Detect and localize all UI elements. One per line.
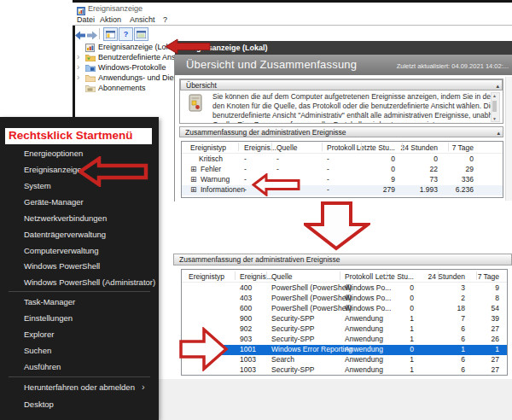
col-quelle[interactable]: Quelle <box>271 272 293 281</box>
table-row-selected[interactable]: 1001Windows Error ReportingAnwendung011 <box>182 345 507 355</box>
table-row[interactable]: 1003SearchAnwendung1627 <box>182 355 507 365</box>
windows-logs-folder-icon <box>85 64 96 73</box>
col-24-stunden[interactable]: 24 Stunden <box>401 143 438 152</box>
overview-text: Sie können die auf dem Computer aufgetre… <box>212 92 491 123</box>
subscriptions-icon <box>85 85 96 94</box>
menu-item-windows-powershell-admin[interactable]: Windows PowerShell (Administrator) <box>24 277 155 289</box>
table-row[interactable]: 600PowerShell (PowerShell)Windows Po...0… <box>182 304 507 314</box>
table-row[interactable]: 902Security-SPPAnwendung1627 <box>182 324 507 335</box>
overview-section-header[interactable]: Übersicht ▴ <box>180 79 503 90</box>
scrollbar-thumb[interactable] <box>492 101 497 112</box>
console-tree-button[interactable] <box>103 27 118 41</box>
overview-icon <box>189 94 203 116</box>
table-row-warnung[interactable]: ⊞ Warnung - - - 9 73 336 <box>182 175 503 185</box>
tree-item-benutzerdefinierte-ansichten[interactable]: › Benutzerdefinierte Ansichten <box>75 53 175 63</box>
pane-divider <box>174 55 175 201</box>
custom-views-folder-icon <box>85 54 96 63</box>
col-ereignistyp[interactable]: Ereignistyp <box>190 143 226 152</box>
col-quelle[interactable]: Quelle <box>276 143 298 152</box>
menu-divider <box>9 291 150 292</box>
menu-hilfe[interactable]: ? <box>163 15 167 24</box>
overview-section-title: Übersicht <box>186 81 217 90</box>
scrollbar-gutter[interactable] <box>505 77 512 201</box>
menu-item-herunterfahren[interactable]: Herunterfahren oder abmelden <box>24 382 135 394</box>
collapse-icon[interactable]: ▴ <box>496 81 499 91</box>
col-letzte-stunde[interactable]: Letzte Stu... <box>375 272 414 281</box>
detail-section-title: Zusammenfassung der administrativen Erei… <box>179 255 340 264</box>
table-row[interactable]: 1003Security-SPPAnwendung1627 <box>182 365 507 376</box>
tree-item-anwendungs-und-dienstprotokolle[interactable]: › Anwendungs- und Dienstprotokolle <box>75 73 175 84</box>
menu-item-explorer[interactable]: Explorer <box>24 330 54 341</box>
page-title-bar: Übersicht und Zusammenfassung Zuletzt ak… <box>175 55 512 75</box>
menubar-divider <box>73 25 512 26</box>
detail-table-header[interactable]: Ereignistyp Ereignis... Quelle Protokoll… <box>182 270 507 282</box>
summary-table-header[interactable]: Ereignistyp Ereignis... Quelle Protokoll… <box>182 142 503 153</box>
col-ereignis-id[interactable]: Ereignis... <box>240 272 272 281</box>
summary-section-title: Zusammenfassung der administrativen Erei… <box>185 128 346 137</box>
expand-plus-icon[interactable]: ⊞ <box>190 165 197 174</box>
expand-plus-icon[interactable]: ⊞ <box>190 175 197 184</box>
window-top-edge <box>73 0 512 3</box>
menu-item-windows-powershell[interactable]: Windows PowerShell <box>24 261 100 272</box>
summary-table: Ereignistyp Ereignis... Quelle Protokoll… <box>181 141 503 198</box>
col-ereignistyp[interactable]: Ereignistyp <box>189 272 224 281</box>
screenshot-stage: Ereignisanzeige Datei Aktion Ansicht ? ?… <box>0 0 512 420</box>
menu-item-computerverwaltung[interactable]: Computerverwaltung <box>24 246 99 257</box>
menu-item-desktop[interactable]: Desktop <box>24 400 54 411</box>
menu-item-ereignisanzeige[interactable]: Ereignisanzeige <box>24 165 82 176</box>
help-button[interactable]: ? <box>119 27 133 41</box>
detail-table: Ereignistyp Ereignis... Quelle Protokoll… <box>181 269 508 376</box>
toolbar-separator <box>99 28 100 39</box>
page-title: Übersicht und Zusammenfassung <box>186 58 357 71</box>
annotation-arrow-informationen-row <box>252 173 300 200</box>
menu-item-netzwerkverbindungen[interactable]: Netzwerkverbindungen <box>24 213 107 225</box>
last-updated-timestamp: Zuletzt aktualisiert: 04.09.2021 14:02:.… <box>397 62 509 70</box>
collapse-icon[interactable]: ▴ <box>497 128 500 138</box>
submenu-chevron-icon: › <box>142 382 145 392</box>
tree-expander-icon[interactable]: › <box>77 73 79 82</box>
table-row-informationen[interactable]: ⊞ Informationen - - - 279 1.993 6.236 <box>182 185 503 195</box>
menu-datei[interactable]: Datei <box>77 15 95 24</box>
overview-scrollbar[interactable]: ▲ ▼ <box>491 92 500 122</box>
menu-item-ausfuehren[interactable]: Ausführen <box>24 362 61 373</box>
app-logs-folder-icon <box>85 74 96 84</box>
console-tree: Ereignisanzeige (Lokal) › Benutzerdefini… <box>75 40 175 117</box>
tree-item-abonnements[interactable]: Abonnements <box>75 84 175 94</box>
annotation-arrow-menu-ereignisanzeige <box>79 156 148 190</box>
tree-expander-icon[interactable]: › <box>77 53 79 61</box>
col-protokoll[interactable]: Protokoll <box>327 143 355 152</box>
table-row[interactable]: 903Security-SPPAnwendung1626 <box>182 335 507 345</box>
menu-item-task-manager[interactable]: Task-Manager <box>24 297 75 308</box>
table-row[interactable]: 400PowerShell (PowerShell)Windows Po...0… <box>182 283 507 294</box>
detail-section-header[interactable]: Zusammenfassung der administrativen Erei… <box>173 254 512 265</box>
annotation-heading-box: Rechtsklick Startmenü <box>5 128 152 144</box>
menu-aktion[interactable]: Aktion <box>100 15 121 24</box>
menu-item-datentraegerverwaltung[interactable]: Datenträgerverwaltung <box>24 230 106 241</box>
expand-plus-icon[interactable]: ⊞ <box>190 185 197 195</box>
col-protokoll[interactable]: Protokoll <box>345 272 373 281</box>
tree-item-ereignisanzeige-lokal[interactable]: Ereignisanzeige (Lokal) <box>75 43 175 53</box>
menu-ansicht[interactable]: Ansicht <box>130 15 155 24</box>
col-24-stunden[interactable]: 24 Stunden <box>428 272 465 281</box>
table-row-fehler[interactable]: ⊞ Fehler - - - 0 22 29 <box>182 165 503 175</box>
overview-panel: Übersicht ▴ Sie können die auf dem Compu… <box>179 79 503 124</box>
menu-item-energieoptionen[interactable]: Energieoptionen <box>24 149 83 160</box>
tree-item-windows-protokolle[interactable]: › Windows-Protokolle <box>75 63 175 73</box>
col-letzte-stunde[interactable]: Letzte Stu... <box>357 143 395 152</box>
show-window-button[interactable] <box>134 27 148 41</box>
tree-expander-icon[interactable]: › <box>77 63 79 72</box>
table-row[interactable]: 403PowerShell (PowerShell)Windows Po...0… <box>182 294 507 304</box>
table-row[interactable]: 900Security-SPPAnwendung1739 <box>182 314 507 324</box>
scroll-down-icon[interactable]: ▼ <box>492 116 497 121</box>
menu-item-system[interactable]: System <box>24 181 51 192</box>
col-7-tage[interactable]: 7 Tage <box>452 143 474 152</box>
summary-section-header[interactable]: Zusammenfassung der administrativen Erei… <box>179 126 503 137</box>
menu-item-geraete-manager[interactable]: Geräte-Manager <box>24 197 84 208</box>
menu-item-einstellungen[interactable]: Einstellungen <box>24 313 73 324</box>
table-row-kritisch[interactable]: Kritisch - - - 0 0 0 <box>182 155 503 165</box>
menu-item-suchen[interactable]: Suchen <box>24 346 51 357</box>
annotation-heading: Rechtsklick Startmenü <box>9 129 133 142</box>
desktop-background <box>159 379 512 420</box>
col-7-tage[interactable]: 7 Tage <box>478 272 499 281</box>
scroll-up-icon[interactable]: ▲ <box>492 93 497 98</box>
